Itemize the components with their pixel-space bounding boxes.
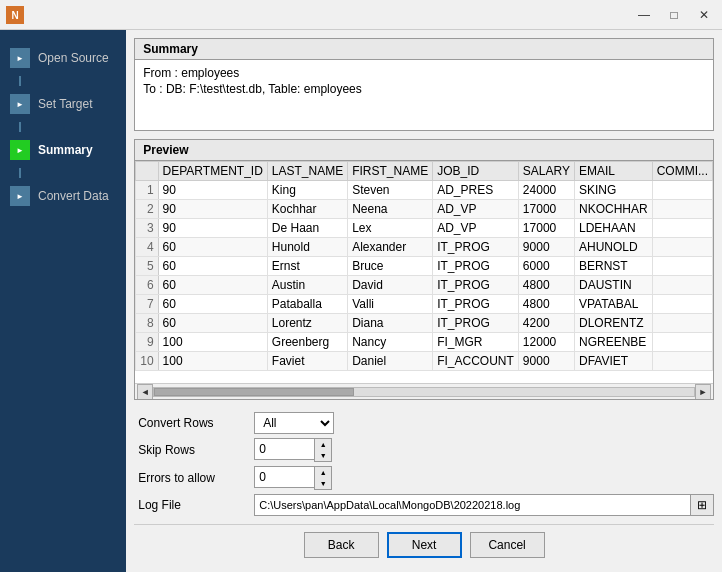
table-row: 10100FavietDanielFI_ACCOUNT9000DFAVIET xyxy=(136,352,713,371)
sidebar-item-open-source[interactable]: ► Open Source xyxy=(0,40,126,76)
summary-label: Summary xyxy=(38,143,93,157)
errors-down[interactable]: ▼ xyxy=(315,478,331,489)
folder-icon: ⊞ xyxy=(697,498,707,512)
table-row: 9100GreenbergNancyFI_MGR12000NGREENBE xyxy=(136,333,713,352)
table-row: 190KingStevenAD_PRES24000SKING xyxy=(136,181,713,200)
set-target-label: Set Target xyxy=(38,97,92,111)
summary-icon: ► xyxy=(10,140,30,160)
col-header-dept: DEPARTMENT_ID xyxy=(158,162,267,181)
summary-to: To : DB: F:\test\test.db, Table: employe… xyxy=(143,82,705,96)
convert-data-label: Convert Data xyxy=(38,189,109,203)
skip-rows-up[interactable]: ▲ xyxy=(315,439,331,450)
errors-row: Errors to allow ▲ ▼ xyxy=(134,466,714,490)
col-header-rownum xyxy=(136,162,158,181)
summary-header: Summary xyxy=(135,39,713,60)
table-row: 460HunoldAlexanderIT_PROG9000AHUNOLD xyxy=(136,238,713,257)
table-row: 860LorentzDianaIT_PROG4200DLORENTZ xyxy=(136,314,713,333)
col-header-last: LAST_NAME xyxy=(267,162,347,181)
logfile-label: Log File xyxy=(134,498,254,512)
app-icon: N xyxy=(6,6,24,24)
preview-table: DEPARTMENT_ID LAST_NAME FIRST_NAME JOB_I… xyxy=(135,161,713,371)
convert-data-icon: ► xyxy=(10,186,30,206)
table-row: 660AustinDavidIT_PROG4800DAUSTIN xyxy=(136,276,713,295)
skip-rows-row: Skip Rows ▲ ▼ xyxy=(134,438,714,462)
connector-1 xyxy=(19,76,21,86)
errors-spinbtns: ▲ ▼ xyxy=(314,466,332,490)
col-header-salary: SALARY xyxy=(518,162,574,181)
table-row: 560ErnstBruceIT_PROG6000BERNST xyxy=(136,257,713,276)
sidebar: ► Open Source ► Set Target ► Summary ► C… xyxy=(0,30,126,572)
table-row: 760PataballaValliIT_PROG4800VPATABAL xyxy=(136,295,713,314)
scroll-right-btn[interactable]: ► xyxy=(695,384,711,400)
minimize-button[interactable]: — xyxy=(630,3,658,27)
logfile-container: ⊞ xyxy=(254,494,714,516)
summary-section: Summary From : employees To : DB: F:\tes… xyxy=(134,38,714,131)
sidebar-item-convert-data[interactable]: ► Convert Data xyxy=(0,178,126,214)
connector-2 xyxy=(19,122,21,132)
scroll-left-btn[interactable]: ◄ xyxy=(137,384,153,400)
scrollbar-thumb[interactable] xyxy=(154,388,354,396)
skip-rows-spinbtns: ▲ ▼ xyxy=(314,438,332,462)
col-header-job: JOB_ID xyxy=(433,162,519,181)
set-target-icon: ► xyxy=(10,94,30,114)
table-row: 290KochharNeenaAD_VP17000NKOCHHAR xyxy=(136,200,713,219)
errors-label: Errors to allow xyxy=(134,471,254,485)
preview-header: Preview xyxy=(135,140,713,161)
convert-rows-control[interactable]: All First Last xyxy=(254,412,334,434)
convert-rows-row: Convert Rows All First Last xyxy=(134,412,714,434)
open-source-icon: ► xyxy=(10,48,30,68)
next-button[interactable]: Next xyxy=(387,532,462,558)
sidebar-item-summary[interactable]: ► Summary xyxy=(0,132,126,168)
logfile-browse-button[interactable]: ⊞ xyxy=(690,494,714,516)
skip-rows-input[interactable] xyxy=(254,438,314,460)
back-button[interactable]: Back xyxy=(304,532,379,558)
errors-spinner[interactable]: ▲ ▼ xyxy=(254,466,332,490)
logfile-input[interactable] xyxy=(254,494,690,516)
bottom-bar: Back Next Cancel xyxy=(134,524,714,564)
col-header-email: EMAIL xyxy=(575,162,653,181)
col-header-first: FIRST_NAME xyxy=(348,162,433,181)
maximize-button[interactable]: □ xyxy=(660,3,688,27)
options-section: Convert Rows All First Last Skip Rows ▲ … xyxy=(134,408,714,524)
cancel-button[interactable]: Cancel xyxy=(470,532,545,558)
skip-rows-label: Skip Rows xyxy=(134,443,254,457)
skip-rows-spinner[interactable]: ▲ ▼ xyxy=(254,438,332,462)
summary-from: From : employees xyxy=(143,66,705,80)
summary-content: From : employees To : DB: F:\test\test.d… xyxy=(135,60,713,130)
open-source-label: Open Source xyxy=(38,51,109,65)
preview-section: Preview DEPARTMENT_ID LAST_NAME FIRST_NA… xyxy=(134,139,714,400)
preview-table-container[interactable]: DEPARTMENT_ID LAST_NAME FIRST_NAME JOB_I… xyxy=(135,161,713,383)
errors-up[interactable]: ▲ xyxy=(315,467,331,478)
scrollbar-track[interactable] xyxy=(153,387,695,397)
close-button[interactable]: ✕ xyxy=(690,3,718,27)
convert-rows-label: Convert Rows xyxy=(134,416,254,430)
horizontal-scrollbar[interactable]: ◄ ► xyxy=(135,383,713,399)
window-controls: — □ ✕ xyxy=(630,3,718,27)
col-header-comm: COMMI... xyxy=(652,162,712,181)
table-row: 390De HaanLexAD_VP17000LDEHAAN xyxy=(136,219,713,238)
errors-input[interactable] xyxy=(254,466,314,488)
connector-3 xyxy=(19,168,21,178)
sidebar-item-set-target[interactable]: ► Set Target xyxy=(0,86,126,122)
logfile-row: Log File ⊞ xyxy=(134,494,714,516)
skip-rows-down[interactable]: ▼ xyxy=(315,450,331,461)
convert-rows-select[interactable]: All First Last xyxy=(254,412,334,434)
content-area: Summary From : employees To : DB: F:\tes… xyxy=(126,30,722,572)
